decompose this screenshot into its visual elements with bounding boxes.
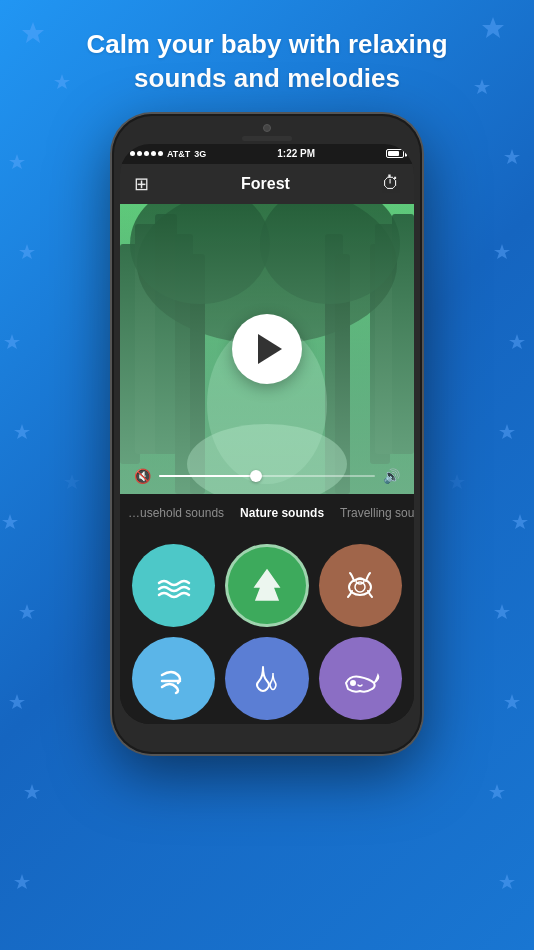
sound-grid xyxy=(120,532,414,724)
rain-icon xyxy=(247,659,287,699)
forest-image: 🔇 🔊 xyxy=(120,204,414,494)
waves-icon xyxy=(154,565,194,605)
svg-marker-8 xyxy=(4,334,20,349)
phone-camera xyxy=(263,124,271,132)
svg-marker-14 xyxy=(19,604,35,619)
sound-btn-waves[interactable] xyxy=(132,544,215,627)
seek-track[interactable] xyxy=(159,475,375,477)
svg-marker-41 xyxy=(255,570,279,600)
svg-marker-21 xyxy=(499,874,515,889)
seek-fill xyxy=(159,475,256,477)
signal-bars xyxy=(130,151,163,156)
dot2 xyxy=(137,151,142,156)
phone-notch xyxy=(242,124,292,141)
svg-marker-12 xyxy=(2,514,18,529)
network-label: 3G xyxy=(194,149,206,159)
sound-btn-whale[interactable] xyxy=(319,637,402,720)
app-nav-bar: ⊞ Forest ⏱ xyxy=(120,164,414,204)
svg-marker-5 xyxy=(504,149,520,164)
svg-point-45 xyxy=(351,681,355,685)
timer-icon[interactable]: ⏱ xyxy=(382,173,400,194)
turtle-icon xyxy=(340,565,380,605)
sliders-icon[interactable]: ⊞ xyxy=(134,173,149,195)
tab-household[interactable]: …usehold sounds xyxy=(120,506,232,520)
phone-speaker xyxy=(242,136,292,141)
svg-marker-7 xyxy=(494,244,510,259)
tab-nature[interactable]: Nature sounds xyxy=(232,506,332,520)
whale-icon xyxy=(340,659,380,699)
svg-marker-13 xyxy=(512,514,528,529)
category-tabs: …usehold sounds Nature sounds Travelling… xyxy=(120,494,414,532)
svg-marker-4 xyxy=(9,154,25,169)
battery-icon xyxy=(386,149,404,158)
phone-screen: AT&T 3G 1:22 PM ⊞ Forest ⏱ xyxy=(120,144,414,724)
svg-marker-6 xyxy=(19,244,35,259)
phone-mockup: AT&T 3G 1:22 PM ⊞ Forest ⏱ xyxy=(107,114,427,950)
wind-icon xyxy=(154,659,194,699)
svg-marker-20 xyxy=(14,874,30,889)
headline: Calm your baby with relaxing sounds and … xyxy=(0,0,534,114)
svg-marker-16 xyxy=(9,694,25,709)
status-bar: AT&T 3G 1:22 PM xyxy=(120,144,414,164)
status-right xyxy=(386,149,404,158)
time-display: 1:22 PM xyxy=(277,148,315,159)
volume-low-icon[interactable]: 🔇 xyxy=(134,468,151,484)
tree-icon xyxy=(247,565,287,605)
sound-btn-wind[interactable] xyxy=(132,637,215,720)
carrier-label: AT&T xyxy=(167,149,190,159)
play-triangle-icon xyxy=(258,334,282,364)
svg-marker-9 xyxy=(509,334,525,349)
battery-fill xyxy=(388,151,399,156)
svg-marker-18 xyxy=(24,784,40,799)
status-left: AT&T 3G xyxy=(130,149,206,159)
seek-bar-area: 🔇 🔊 xyxy=(120,468,414,484)
svg-marker-23 xyxy=(449,474,465,489)
svg-marker-19 xyxy=(489,784,505,799)
sound-btn-rain[interactable] xyxy=(225,637,308,720)
dot3 xyxy=(144,151,149,156)
dot1 xyxy=(130,151,135,156)
seek-thumb[interactable] xyxy=(250,470,262,482)
nav-title: Forest xyxy=(241,175,290,193)
play-button[interactable] xyxy=(232,314,302,384)
svg-marker-11 xyxy=(499,424,515,439)
phone-body: AT&T 3G 1:22 PM ⊞ Forest ⏱ xyxy=(112,114,422,754)
svg-marker-22 xyxy=(64,474,80,489)
sound-btn-turtle[interactable] xyxy=(319,544,402,627)
svg-marker-10 xyxy=(14,424,30,439)
svg-marker-15 xyxy=(494,604,510,619)
sound-btn-forest[interactable] xyxy=(225,544,308,627)
svg-marker-17 xyxy=(504,694,520,709)
dot5 xyxy=(158,151,163,156)
volume-high-icon[interactable]: 🔊 xyxy=(383,468,400,484)
tab-travelling[interactable]: Travelling sound… xyxy=(332,506,414,520)
dot4 xyxy=(151,151,156,156)
